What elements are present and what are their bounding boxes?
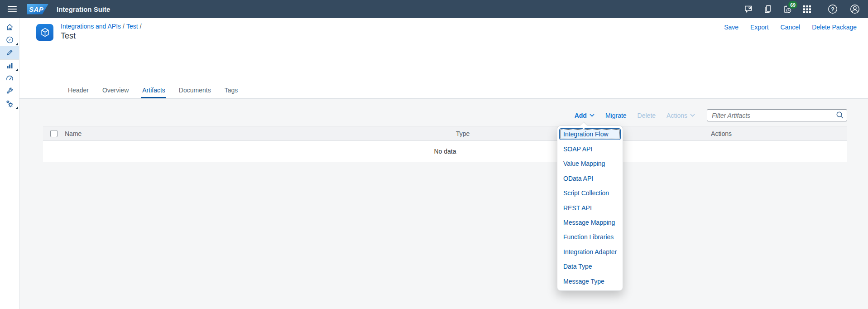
product-title: Integration Suite <box>57 5 110 13</box>
add-button[interactable]: Add <box>575 112 595 119</box>
menu-item-integration-adapter[interactable]: Integration Adapter <box>557 245 623 259</box>
feedback-icon[interactable] <box>742 2 755 16</box>
breadcrumb-link-test[interactable]: Test <box>126 23 138 30</box>
menu-item-odata-api[interactable]: OData API <box>557 171 623 186</box>
header-actions: Save Export Cancel Delete Package <box>724 24 857 31</box>
add-menu-popover: Integration Flow SOAP API Value Mapping … <box>557 126 623 291</box>
menu-item-message-mapping[interactable]: Message Mapping <box>557 215 623 230</box>
no-data-text: No data <box>434 148 456 155</box>
column-header-actions: Actions <box>595 130 847 137</box>
whats-new-icon[interactable]: 69 <box>781 2 794 16</box>
menu-item-integration-flow[interactable]: Integration Flow <box>559 128 621 140</box>
column-header-name: Name <box>65 130 330 137</box>
profile-icon[interactable] <box>848 2 862 16</box>
sidebar-item-home[interactable] <box>0 21 19 34</box>
monitor-chart-icon <box>5 62 14 70</box>
sidebar-item-design[interactable] <box>0 46 19 59</box>
sidebar-item-operate[interactable] <box>0 72 19 85</box>
menu-item-data-type[interactable]: Data Type <box>557 259 623 274</box>
gears-icon <box>5 100 14 108</box>
column-header-type: Type <box>330 130 595 137</box>
sidebar-item-tools[interactable] <box>0 85 19 97</box>
search-input[interactable] <box>707 109 847 121</box>
breadcrumb: Integrations and APIs/Test/ <box>61 23 144 30</box>
home-icon <box>5 23 14 31</box>
tab-strip: Header Overview Artifacts Documents Tags <box>61 83 245 98</box>
shell-bar: SAP Integration Suite 69 ? <box>0 0 868 18</box>
export-button[interactable]: Export <box>750 24 768 31</box>
select-all-checkbox[interactable] <box>50 130 58 137</box>
filter-artifacts-search <box>707 109 847 121</box>
tab-artifacts[interactable]: Artifacts <box>141 83 166 98</box>
tab-documents[interactable]: Documents <box>178 83 212 98</box>
tab-tags[interactable]: Tags <box>224 83 239 98</box>
tab-overview[interactable]: Overview <box>101 83 129 98</box>
wrench-icon <box>5 87 14 95</box>
app-finder-icon[interactable] <box>800 2 814 16</box>
svg-text:?: ? <box>831 6 834 13</box>
sap-logo: SAP <box>27 4 48 14</box>
menu-item-script-collection[interactable]: Script Collection <box>557 186 623 200</box>
notifications-badge: 69 <box>788 1 797 9</box>
sidebar-item-discover[interactable] <box>0 34 19 46</box>
tab-header[interactable]: Header <box>67 83 90 98</box>
menu-item-soap-api[interactable]: SOAP API <box>557 142 623 156</box>
delete-package-button[interactable]: Delete Package <box>812 24 857 31</box>
menu-item-value-mapping[interactable]: Value Mapping <box>557 156 623 171</box>
menu-item-rest-api[interactable]: REST API <box>557 201 623 215</box>
cancel-button[interactable]: Cancel <box>781 24 801 31</box>
menu-item-message-type[interactable]: Message Type <box>557 274 623 289</box>
sidebar-item-monitor[interactable] <box>0 59 19 72</box>
no-data-row: No data <box>43 141 847 162</box>
page-title: Test <box>61 31 76 41</box>
discover-compass-icon <box>5 36 14 44</box>
package-icon <box>36 24 53 41</box>
breadcrumb-link-integrations[interactable]: Integrations and APIs <box>61 23 121 30</box>
design-pencil-icon <box>5 48 14 57</box>
migrate-button[interactable]: Migrate <box>605 112 627 119</box>
help-icon[interactable]: ? <box>826 2 839 16</box>
sidebar-item-settings[interactable] <box>0 97 19 110</box>
chevron-down-icon <box>590 114 595 117</box>
delete-button[interactable]: Delete <box>638 112 656 119</box>
artifacts-toolbar: Add Migrate Delete Actions <box>575 109 847 121</box>
gauge-icon <box>5 74 14 82</box>
side-navigation <box>0 18 19 309</box>
menu-item-function-libraries[interactable]: Function Libraries <box>557 230 623 244</box>
content-area: Add Migrate Delete Actions Name Type Act… <box>19 99 868 309</box>
search-icon[interactable] <box>836 111 844 121</box>
copy-icon[interactable] <box>761 2 775 16</box>
chevron-down-icon <box>690 114 695 117</box>
menu-icon[interactable] <box>6 3 18 15</box>
page-header: Integrations and APIs/Test/ Test Save Ex… <box>19 18 868 99</box>
table-header-row: Name Type Actions <box>43 126 847 141</box>
actions-button[interactable]: Actions <box>667 112 695 119</box>
artifacts-table: Name Type Actions No data <box>43 126 847 162</box>
save-button[interactable]: Save <box>724 24 739 31</box>
